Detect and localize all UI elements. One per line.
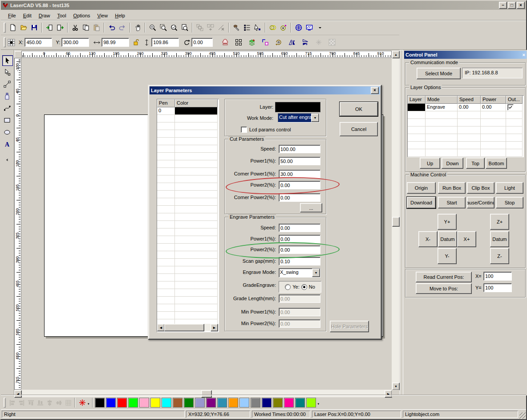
power2-field[interactable] <box>279 181 320 189</box>
bottom-toolbar-grip[interactable] <box>4 398 6 408</box>
pen-table-row[interactable] <box>157 244 219 251</box>
pen-table-row[interactable] <box>157 183 219 191</box>
ok-button[interactable]: OK <box>340 102 378 116</box>
pen-table-row[interactable] <box>157 138 219 145</box>
resize-corner-button[interactable] <box>260 37 271 48</box>
minimize-button[interactable]: – <box>499 2 507 9</box>
start-button[interactable]: Start <box>438 197 466 208</box>
pan-button[interactable] <box>132 22 143 33</box>
mirror-vertical-button[interactable] <box>300 37 311 48</box>
jog-z-z-button[interactable]: Z+ <box>490 214 509 230</box>
pen-scroll-left[interactable]: ◀ <box>157 324 165 331</box>
zoom-in-button[interactable] <box>147 22 158 33</box>
zoom-all-button[interactable] <box>169 22 179 33</box>
palette-color-swatch[interactable] <box>251 398 260 408</box>
pen-table-header-pen[interactable]: Pen <box>157 99 175 107</box>
palette-color-swatch[interactable] <box>95 398 105 408</box>
pen-table-row[interactable] <box>157 168 219 175</box>
laser-caret-icon[interactable]: ▾ <box>88 402 89 406</box>
control-panel-close-icon[interactable]: × <box>523 52 525 57</box>
pen-table-row[interactable] <box>157 266 219 274</box>
dialog-close-button[interactable]: × <box>371 87 379 94</box>
pen-table-row[interactable] <box>157 274 219 281</box>
node-edit-tool-button[interactable] <box>2 67 12 77</box>
menu-view[interactable]: View <box>94 12 112 20</box>
undo-button[interactable] <box>106 22 117 33</box>
pen-table-row[interactable] <box>157 145 219 153</box>
network-button[interactable] <box>293 22 304 33</box>
download-button[interactable]: Download <box>407 197 436 208</box>
speed-field[interactable] <box>279 145 320 153</box>
palette-color-swatch[interactable] <box>106 398 116 408</box>
pen-table-row[interactable] <box>157 289 219 297</box>
pen-table-row[interactable] <box>157 281 219 289</box>
pos-x-field[interactable] <box>483 272 512 281</box>
layer-options-row[interactable] <box>408 142 523 149</box>
palette-color-swatch[interactable] <box>262 398 272 408</box>
scroll-down-button[interactable]: ▼ <box>392 383 400 390</box>
pen-scroll-right[interactable]: ▶ <box>211 324 218 331</box>
bezier-tool-button[interactable] <box>2 103 12 113</box>
clip-box-button[interactable]: Clip Box <box>467 182 495 194</box>
palette-color-swatch[interactable] <box>184 398 194 408</box>
layer-table-header-power[interactable]: Power <box>481 96 506 104</box>
y-position-field[interactable] <box>61 38 89 47</box>
pen-table-row[interactable] <box>157 198 219 206</box>
down-button[interactable]: Down <box>442 158 463 169</box>
cancel-button[interactable]: Cancel <box>340 122 378 136</box>
layer-options-row[interactable] <box>408 111 523 119</box>
node-circle-button[interactable] <box>278 22 289 33</box>
jog-x-button[interactable]: X- <box>418 231 438 247</box>
select-tool-button[interactable] <box>2 55 13 66</box>
palette-color-swatch[interactable] <box>228 398 238 408</box>
stamp-button[interactable] <box>220 37 231 48</box>
power1-field[interactable] <box>279 157 320 165</box>
pen-table-row[interactable] <box>157 191 219 198</box>
palette-color-swatch[interactable] <box>273 398 283 408</box>
lcd-params-checkbox[interactable] <box>241 126 247 133</box>
layer-color-swatch[interactable] <box>275 102 320 112</box>
jog-z-z-button[interactable]: Z- <box>490 248 509 264</box>
move-to-pos-button[interactable]: Move to Pos: <box>416 283 472 294</box>
origin-button[interactable]: Origin <box>407 182 436 194</box>
pen-table-row[interactable] <box>157 213 219 221</box>
layer-stack-button[interactable] <box>247 37 257 48</box>
pen-table-row[interactable] <box>157 259 219 266</box>
rotation-field[interactable] <box>191 38 213 47</box>
engrave-mode-dropdown-icon[interactable]: ▼ <box>312 269 320 277</box>
pen-table-row[interactable] <box>157 297 219 304</box>
up-button[interactable]: Up <box>420 158 440 169</box>
toolbar-grip-2[interactable] <box>4 37 6 47</box>
copy-button[interactable] <box>81 22 91 33</box>
output-order-button[interactable] <box>242 22 252 33</box>
stop-button[interactable]: Stop <box>496 197 523 208</box>
palette-color-swatch[interactable] <box>195 398 205 408</box>
palette-color-swatch[interactable] <box>117 398 127 408</box>
pen-table-row[interactable] <box>157 122 219 130</box>
scan-gap-mm-field[interactable] <box>279 257 320 265</box>
menu-help[interactable]: Help <box>111 12 129 20</box>
open-button[interactable] <box>18 22 29 33</box>
palette-caret-icon[interactable]: ▾ <box>318 402 320 406</box>
pen-table-row[interactable] <box>157 160 219 168</box>
pen-table-row[interactable] <box>157 236 219 244</box>
maximize-button[interactable]: □ <box>508 2 516 9</box>
zoom-window-button[interactable] <box>158 22 169 33</box>
top-button[interactable]: Top <box>466 158 485 169</box>
menu-file[interactable]: File <box>4 12 20 20</box>
zoom-page-button[interactable] <box>179 22 190 33</box>
simulate-button[interactable] <box>231 22 242 33</box>
power1-field[interactable] <box>279 235 320 243</box>
pen-table-row[interactable] <box>157 251 219 259</box>
mirror-horizontal-button[interactable] <box>287 37 297 48</box>
engrave-mode-select[interactable]: X_swing▼ <box>279 268 320 277</box>
anchor-grid-icon[interactable] <box>8 39 15 46</box>
corner-power1-field[interactable] <box>279 170 320 178</box>
menu-draw[interactable]: Draw <box>35 12 54 20</box>
text-tool-button[interactable]: A <box>2 139 12 149</box>
layer-options-table[interactable]: LayerModeSpeedPowerOut...Engrave0.000.00 <box>407 95 524 157</box>
pen-table-row[interactable] <box>157 312 219 319</box>
layer-options-row[interactable] <box>408 126 523 134</box>
corner-power2-field[interactable] <box>279 193 320 202</box>
weld-button[interactable] <box>268 22 278 33</box>
